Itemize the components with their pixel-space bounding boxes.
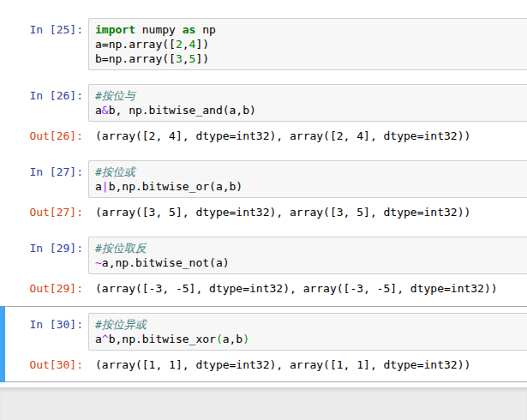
code-token: |: [102, 180, 109, 193]
cell-output-area: Out[27]:(array([3, 5], dtype=int32), arr…: [1, 201, 527, 223]
cell-input-area: In [30]:#按位异或a^b,np.bitwise_xor(a,b): [1, 313, 527, 351]
code-token: b, np.bitwise_and(a,b): [109, 104, 256, 117]
code-token: a,b: [223, 333, 243, 345]
code-token: a: [95, 333, 102, 345]
code-token: a=np.array([: [95, 38, 176, 51]
code-line: a=np.array([2,4]): [95, 37, 527, 51]
input-prompt: In [29]:: [1, 237, 88, 255]
input-prompt: In [27]:: [1, 160, 88, 179]
cell-input-area: In [26]:#按位与a&b, np.bitwise_and(a,b): [1, 84, 527, 122]
code-token: #按位或: [95, 165, 135, 178]
notebook-cell-list: In [25]:import numpy as npa=np.array([2,…: [0, 0, 527, 382]
output-prompt: Out[29]:: [1, 277, 88, 299]
code-editor[interactable]: #按位异或a^b,np.bitwise_xor(a,b): [88, 313, 527, 351]
code-line: #按位异或: [95, 317, 527, 332]
output-text: (array([2, 4], dtype=int32), array([2, 4…: [88, 124, 527, 147]
code-token: 3: [176, 52, 183, 65]
cell-output-area: Out[30]:(array([1, 1], dtype=int32), arr…: [1, 353, 527, 375]
code-token: np: [195, 23, 215, 36]
code-token: ): [243, 333, 249, 345]
code-token: a: [95, 104, 102, 117]
code-token: #按位异或: [95, 318, 147, 331]
output-prompt: Out[30]:: [1, 353, 88, 375]
code-line: #按位取反: [95, 241, 527, 255]
code-token: b=np.array([: [95, 52, 176, 65]
code-editor[interactable]: #按位或a|b,np.bitwise_or(a,b): [88, 160, 527, 198]
code-line: a|b,np.bitwise_or(a,b): [95, 179, 527, 194]
cell-input-area: In [27]:#按位或a|b,np.bitwise_or(a,b): [1, 160, 527, 198]
code-editor[interactable]: #按位取反~a,np.bitwise_not(a): [88, 237, 527, 274]
code-token: (: [216, 333, 223, 345]
code-token: as: [183, 23, 196, 36]
code-editor[interactable]: import numpy as npa=np.array([2,4])b=np.…: [88, 18, 527, 70]
output-prompt: Out[26]:: [1, 124, 88, 147]
code-cell[interactable]: In [25]:import numpy as npa=np.array([2,…: [0, 11, 527, 77]
code-token: &: [102, 104, 109, 117]
code-cell[interactable]: In [26]:#按位与a&b, np.bitwise_and(a,b)Out[…: [0, 77, 527, 153]
code-token: #按位与: [95, 89, 135, 102]
cell-output-area: Out[29]:(array([-3, -5], dtype=int32), a…: [1, 277, 527, 299]
input-prompt: In [30]:: [1, 313, 88, 332]
code-token: b,np.bitwise_xor: [109, 333, 216, 345]
notebook-page: In [25]:import numpy as npa=np.array([2,…: [0, 0, 527, 420]
code-editor[interactable]: #按位与a&b, np.bitwise_and(a,b): [88, 84, 527, 122]
code-token: ,: [183, 38, 189, 51]
code-token: a,np.bitwise_not(a): [102, 256, 230, 269]
code-token: import: [95, 23, 135, 36]
input-prompt: In [26]:: [1, 84, 88, 103]
page-bottom-background: [0, 387, 527, 420]
code-token: b,np.bitwise_or(a,b): [109, 180, 243, 193]
code-cell[interactable]: In [27]:#按位或a|b,np.bitwise_or(a,b)Out[27…: [0, 153, 527, 230]
code-token: #按位取反: [95, 242, 147, 255]
cell-output-area: Out[26]:(array([2, 4], dtype=int32), arr…: [1, 124, 527, 147]
code-line: a&b, np.bitwise_and(a,b): [95, 103, 527, 117]
output-prompt: Out[27]:: [1, 201, 88, 223]
code-token: ~: [95, 256, 102, 269]
code-token: ]): [195, 38, 209, 51]
selected-cell-indicator: [0, 306, 5, 382]
code-line: ~a,np.bitwise_not(a): [95, 255, 527, 270]
code-line: #按位或: [95, 165, 527, 179]
code-token: a: [95, 180, 102, 193]
cell-input-area: In [25]:import numpy as npa=np.array([2,…: [1, 18, 527, 70]
cell-input-area: In [29]:#按位取反~a,np.bitwise_not(a): [1, 237, 527, 274]
output-text: (array([-3, -5], dtype=int32), array([-3…: [88, 277, 527, 299]
code-token: 2: [176, 38, 183, 51]
input-prompt: In [25]:: [1, 18, 88, 37]
code-cell[interactable]: In [29]:#按位取反~a,np.bitwise_not(a)Out[29]…: [0, 230, 527, 306]
code-line: #按位与: [95, 88, 527, 103]
output-text: (array([3, 5], dtype=int32), array([3, 5…: [88, 201, 527, 223]
code-line: b=np.array([3,5]): [95, 51, 527, 66]
code-cell[interactable]: In [30]:#按位异或a^b,np.bitwise_xor(a,b)Out[…: [0, 306, 527, 382]
output-text: (array([1, 1], dtype=int32), array([1, 1…: [88, 353, 527, 375]
code-token: ,: [183, 52, 189, 65]
code-token: numpy: [135, 23, 183, 36]
code-line: import numpy as np: [95, 22, 527, 37]
code-token: ]): [195, 52, 209, 65]
code-token: ^: [102, 333, 109, 345]
code-line: a^b,np.bitwise_xor(a,b): [95, 332, 527, 346]
